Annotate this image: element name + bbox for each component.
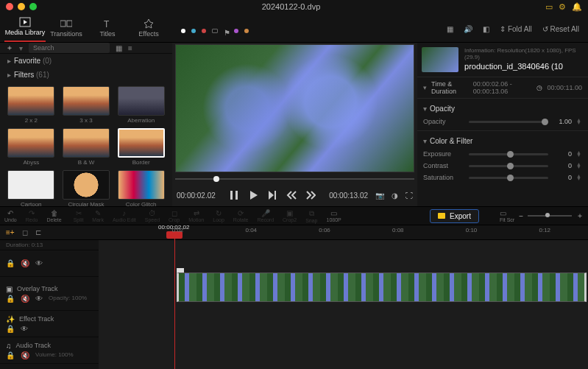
audio-track-header[interactable]: ♫ Audio Track 🔒 🔇 Volume: 100% bbox=[0, 337, 99, 364]
prev-clip-button[interactable] bbox=[286, 190, 297, 200]
zoom-slider[interactable] bbox=[528, 215, 572, 217]
snapshot-icon[interactable]: 📷 bbox=[375, 191, 384, 200]
tab-media-library[interactable]: Media Library bbox=[4, 14, 46, 42]
fold-all-button[interactable]: ⇕ Fold All bbox=[500, 25, 532, 33]
search-input[interactable] bbox=[29, 43, 110, 53]
zoom-in-button[interactable]: ＋ bbox=[576, 211, 584, 221]
split-button[interactable]: ✂Split bbox=[74, 209, 84, 222]
preview-viewport[interactable] bbox=[175, 44, 414, 172]
category-favorite[interactable]: ▸Favorite (0) bbox=[0, 54, 172, 68]
filter-thumb-circular-mask[interactable]: Circular Mask bbox=[61, 170, 112, 206]
fit-screen-button[interactable]: ▭Fit Scr bbox=[500, 209, 514, 222]
track-tool-b-icon[interactable]: ⊏ bbox=[35, 228, 41, 236]
filter-thumb-border[interactable]: Border bbox=[116, 128, 166, 166]
panel-toggle-icon[interactable]: ◧ bbox=[483, 25, 489, 33]
add-track-button[interactable]: ≡+ bbox=[6, 228, 15, 236]
play-button[interactable] bbox=[248, 190, 258, 200]
grid-view-icon[interactable]: ▦ bbox=[116, 44, 122, 52]
filter-thumb-cartoon[interactable]: Cartoon bbox=[6, 170, 57, 206]
clock-icon[interactable]: ◷ bbox=[536, 84, 542, 91]
track-tool-a-icon[interactable]: ◻ bbox=[22, 228, 28, 236]
lock-icon[interactable]: 🔒 bbox=[6, 325, 15, 333]
export-button[interactable]: Export bbox=[430, 209, 479, 223]
tab-titles[interactable]: T Titles bbox=[87, 15, 128, 42]
marker-cyan[interactable] bbox=[191, 29, 196, 33]
next-clip-button[interactable] bbox=[305, 190, 316, 200]
filter-thumb-abyss[interactable]: Abyss bbox=[6, 128, 57, 166]
volume-icon[interactable]: 🔊 bbox=[464, 25, 472, 33]
minimize-window-button[interactable] bbox=[18, 3, 25, 10]
tab-transitions[interactable]: Transitions bbox=[46, 15, 87, 42]
filter-thumb-3x3[interactable]: 3 x 3 bbox=[61, 86, 112, 124]
mask-icon[interactable]: ◑ bbox=[392, 191, 398, 200]
contrast-value[interactable]: 0 bbox=[553, 162, 572, 169]
dropdown-icon[interactable]: ▾ bbox=[19, 44, 23, 52]
contrast-slider[interactable] bbox=[469, 165, 548, 167]
mute-icon[interactable]: 🔇 bbox=[21, 351, 29, 359]
saturation-stepper[interactable]: ▲▼ bbox=[576, 175, 582, 180]
opacity-slider[interactable] bbox=[469, 121, 548, 123]
zoom-out-button[interactable]: − bbox=[519, 212, 523, 220]
settings-icon[interactable]: ⚙ bbox=[559, 2, 566, 12]
bell-icon[interactable]: 🔔 bbox=[572, 2, 582, 12]
exposure-value[interactable]: 0 bbox=[553, 150, 572, 158]
tab-effects[interactable]: Effects bbox=[128, 15, 169, 42]
timeline-tracks-area[interactable] bbox=[99, 240, 588, 369]
lock-icon[interactable]: 🔒 bbox=[6, 351, 15, 359]
section-opacity[interactable]: ▾Opacity bbox=[423, 102, 582, 116]
marker-flag-icon[interactable]: ⚑ bbox=[224, 29, 228, 33]
maximize-window-button[interactable] bbox=[29, 3, 37, 10]
next-frame-button[interactable] bbox=[267, 190, 277, 200]
marker-red[interactable] bbox=[202, 29, 206, 33]
exposure-stepper[interactable]: ▲▼ bbox=[576, 151, 582, 157]
opacity-stepper[interactable]: ▲▼ bbox=[576, 119, 582, 124]
pause-button[interactable] bbox=[229, 190, 239, 200]
snap-button[interactable]: ⧉Snap bbox=[305, 209, 317, 223]
record-button[interactable]: 🎤Record bbox=[257, 209, 274, 222]
section-color-filter[interactable]: ▾Color & Filter bbox=[423, 134, 582, 148]
overlay-track-header[interactable]: ▣ Overlay Track 🔒 🔇 👁 Opacity: 100% bbox=[0, 277, 99, 311]
speed-button[interactable]: ⏱Speed bbox=[145, 209, 160, 222]
save-icon[interactable]: ▭ bbox=[545, 2, 553, 12]
mark-button[interactable]: ✎Mark bbox=[92, 209, 104, 222]
loop-button[interactable]: ↻Loop bbox=[213, 209, 224, 222]
marker-purple[interactable] bbox=[234, 29, 238, 33]
mute-icon[interactable]: 🔇 bbox=[21, 259, 29, 267]
mute-icon[interactable]: 🔇 bbox=[21, 295, 29, 303]
timeline-ruler[interactable]: 00:00:02.02 0:02 0:04 0:06 0:08 0:10 0:1… bbox=[99, 225, 588, 239]
lock-icon[interactable]: 🔒 bbox=[6, 295, 15, 303]
marker-white[interactable] bbox=[181, 29, 185, 33]
contrast-stepper[interactable]: ▲▼ bbox=[576, 163, 582, 169]
audio-edit-button[interactable]: ♪Audio Edit bbox=[113, 209, 136, 222]
marker-orange[interactable] bbox=[244, 29, 249, 33]
rotate-button[interactable]: ⟳Rotate bbox=[233, 209, 249, 222]
marker-tool-icon[interactable] bbox=[212, 29, 218, 33]
redo-button[interactable]: ↷Redo bbox=[26, 209, 38, 222]
fullscreen-icon[interactable]: ⛶ bbox=[405, 191, 413, 200]
filter-thumb-aberration[interactable]: Aberration bbox=[116, 86, 166, 124]
filter-thumb-color-glitch[interactable]: Color Glitch bbox=[116, 170, 166, 206]
motion-button[interactable]: ⇄Motion bbox=[188, 209, 204, 222]
visibility-icon[interactable]: 👁 bbox=[21, 325, 28, 333]
exposure-slider[interactable] bbox=[469, 153, 548, 155]
resolution-button[interactable]: ▭1080P bbox=[326, 209, 341, 222]
effect-track-header[interactable]: ✨ Effect Track 🔒 👁 bbox=[0, 311, 99, 337]
preview-scrubber[interactable] bbox=[175, 174, 414, 184]
visibility-icon[interactable]: 👁 bbox=[35, 259, 43, 267]
scrubber-playhead[interactable] bbox=[213, 176, 219, 182]
histogram-icon[interactable]: ▦ bbox=[447, 25, 453, 33]
crop-button[interactable]: ◻Crop bbox=[169, 209, 180, 222]
reset-all-button[interactable]: ↺ Reset All bbox=[542, 25, 579, 33]
category-filters[interactable]: ▸Filters (61) bbox=[0, 68, 172, 82]
time-duration-label[interactable]: Time & Duration bbox=[431, 80, 469, 95]
video-clip[interactable] bbox=[177, 273, 587, 302]
delete-button[interactable]: 🗑Delete bbox=[46, 209, 61, 222]
filter-thumb-bw[interactable]: B & W bbox=[61, 128, 112, 166]
crop2-button[interactable]: ▣Crop2 bbox=[283, 209, 297, 222]
lock-icon[interactable]: 🔒 bbox=[6, 259, 15, 267]
close-window-button[interactable] bbox=[6, 3, 13, 10]
filter-thumb-2x2[interactable]: 2 x 2 bbox=[6, 86, 57, 124]
saturation-slider[interactable] bbox=[469, 177, 548, 179]
list-view-icon[interactable]: ≡ bbox=[128, 44, 132, 52]
saturation-value[interactable]: 0 bbox=[553, 174, 572, 181]
